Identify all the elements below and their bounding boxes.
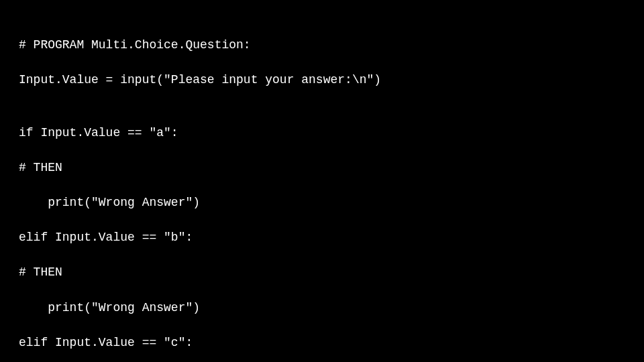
- code-line: # THEN: [19, 263, 625, 281]
- code-line: # THEN: [19, 159, 625, 176]
- code-line: if Input.Value == "a":: [19, 124, 625, 141]
- code-line: print("Wrong Answer"): [19, 299, 625, 316]
- code-block: # PROGRAM Multi.Choice.Question: Input.V…: [19, 19, 625, 362]
- code-line: # PROGRAM Multi.Choice.Question:: [19, 36, 625, 54]
- code-line: print("Wrong Answer"): [19, 194, 625, 211]
- code-line: elif Input.Value == "b":: [19, 229, 625, 246]
- code-line: elif Input.Value == "c":: [19, 334, 625, 351]
- code-line: Input.Value = input("Please input your a…: [19, 71, 625, 88]
